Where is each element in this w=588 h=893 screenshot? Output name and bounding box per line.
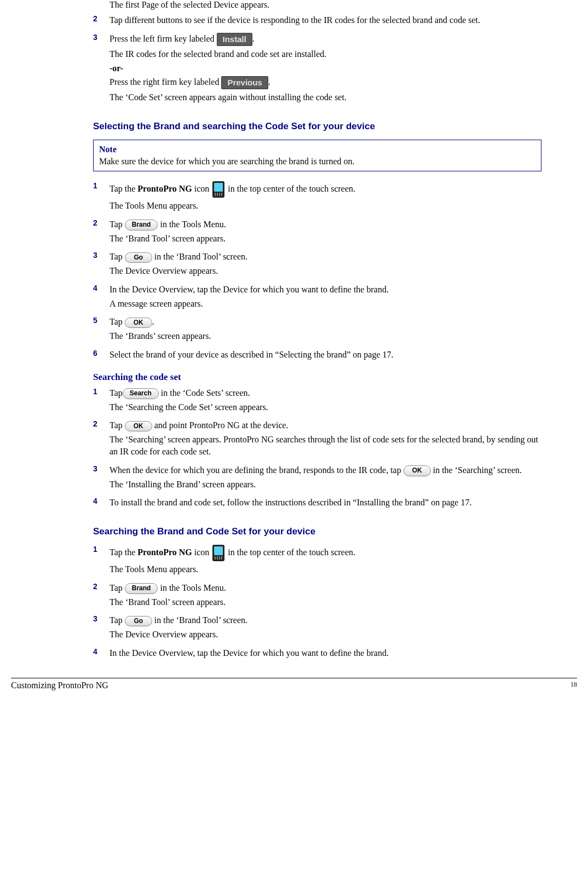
search-step-4: 4 To install the brand and code set, fol… [93,497,541,511]
brand-button: Brand [125,583,158,594]
ok-button: OK [125,318,152,329]
step-text: The ‘Installing the Brand’ screen appear… [109,479,541,491]
step-text: The Device Overview appears. [109,265,541,277]
step-text: Tap OK and point ProntoPro NG at the dev… [109,419,541,431]
step-number: 3 [93,33,109,106]
step-number: 2 [93,218,109,247]
step-number: 1 [93,181,109,214]
search-step-2: 2 Tap OK and point ProntoPro NG at the d… [93,419,541,459]
sel-step-3: 3 Tap Go in the ‘Brand Tool’ screen. The… [93,251,541,279]
step-text: A message screen appears. [109,298,541,310]
install-firmkey: Install [217,33,252,46]
sel-step-5: 5 Tap OK. The ‘Brands’ screen appears. [93,316,541,344]
step-text: Tap Go in the ‘Brand Tool’ screen. [109,614,541,626]
ok-button: OK [125,421,152,432]
intro-text: The first Page of the selected Device ap… [109,0,541,10]
step-text: The ‘Searching’ screen appears. ProntoPr… [109,434,541,457]
step-text: Tap the ProntoPro NG icon in the top cen… [109,545,541,561]
brand-button: Brand [125,220,158,231]
step-text: The Tools Menu appears. [109,200,541,212]
step-number: 3 [93,464,109,493]
step-number: 3 [93,614,109,643]
search-button: Search [123,388,159,399]
step-number: 5 [93,316,109,344]
step-text: The IR codes for the selected brand and … [109,48,541,60]
step-text: The ‘Brand Tool’ screen appears. [109,596,541,608]
step-text: The ‘Brand Tool’ screen appears. [109,233,541,245]
step-text: When the device for which you are defini… [109,464,541,476]
page-number: 18 [570,681,577,690]
prontopro-icon [212,181,224,198]
step-text: Tap Brand in the Tools Menu. [109,582,541,594]
sel-step-1: 1 Tap the ProntoPro NG icon in the top c… [93,181,541,214]
step-text: Press the right firm key labeled Previou… [109,76,541,89]
step-text: The Tools Menu appears. [109,563,541,575]
note-box: Note Make sure the device for which you … [93,140,541,171]
step-text: Tap Brand in the Tools Menu. [109,218,541,231]
step-number: 2 [93,419,109,459]
go-button: Go [125,252,152,263]
ok-button: OK [403,465,431,476]
section-heading: Selecting the Brand and searching the Co… [93,121,541,132]
sel-step-2: 2 Tap Brand in the Tools Menu. The ‘Bran… [93,218,541,247]
previous-firmkey: Previous [221,76,268,89]
step-number: 4 [93,284,109,312]
footer-title: Customizing ProntoPro NG [11,681,108,690]
step-number: 2 [93,14,109,28]
sel-step-6: 6 Select the brand of your device as des… [93,349,541,363]
step-2: 2 Tap different buttons to see if the de… [93,14,541,28]
sec2-step-3: 3 Tap Go in the ‘Brand Tool’ screen. The… [93,614,541,643]
note-title: Note [99,145,535,154]
step-text: TapSearch in the ‘Code Sets’ screen. [109,387,541,399]
step-number: 1 [93,545,109,578]
sec2-step-4: 4 In the Device Overview, tap the Device… [93,647,541,661]
step-text: The ‘Brands’ screen appears. [109,330,541,342]
step-text: Tap the ProntoPro NG icon in the top cen… [109,181,541,198]
step-3: 3 Press the left firm key labeled Instal… [93,33,541,106]
search-step-3: 3 When the device for which you are defi… [93,464,541,493]
go-button: Go [125,616,152,627]
step-text: -or- [109,62,541,74]
prontopro-icon [212,545,224,561]
page-footer: Customizing ProntoPro NG 18 [11,678,577,701]
section-heading: Searching the Brand and Code Set for you… [93,526,541,537]
step-text: In the Device Overview, tap the Device f… [109,284,541,296]
step-text: The ‘Code Set’ screen appears again with… [109,91,541,103]
step-text: Select the brand of your device as descr… [109,349,541,361]
step-number: 4 [93,647,109,661]
sec2-step-1: 1 Tap the ProntoPro NG icon in the top c… [93,545,541,578]
step-text: In the Device Overview, tap the Device f… [109,647,541,659]
step-text: The ‘Searching the Code Set’ screen appe… [109,401,541,413]
sel-step-4: 4 In the Device Overview, tap the Device… [93,284,541,312]
search-step-1: 1 TapSearch in the ‘Code Sets’ screen. T… [93,387,541,416]
step-text: Tap OK. [109,316,541,328]
step-text: The Device Overview appears. [109,629,541,641]
step-text: Tap Go in the ‘Brand Tool’ screen. [109,251,541,263]
step-text: Tap different buttons to see if the devi… [109,14,541,26]
step-number: 1 [93,387,109,416]
sec2-step-2: 2 Tap Brand in the Tools Menu. The ‘Bran… [93,582,541,610]
step-number: 2 [93,582,109,610]
step-number: 3 [93,251,109,279]
step-text: To install the brand and code set, follo… [109,497,541,509]
step-text: Press the left firm key labeled Install. [109,33,541,46]
step-number: 4 [93,497,109,511]
note-body: Make sure the device for which you are s… [99,157,535,166]
subsection-heading: Searching the code set [93,372,541,383]
step-number: 6 [93,349,109,363]
